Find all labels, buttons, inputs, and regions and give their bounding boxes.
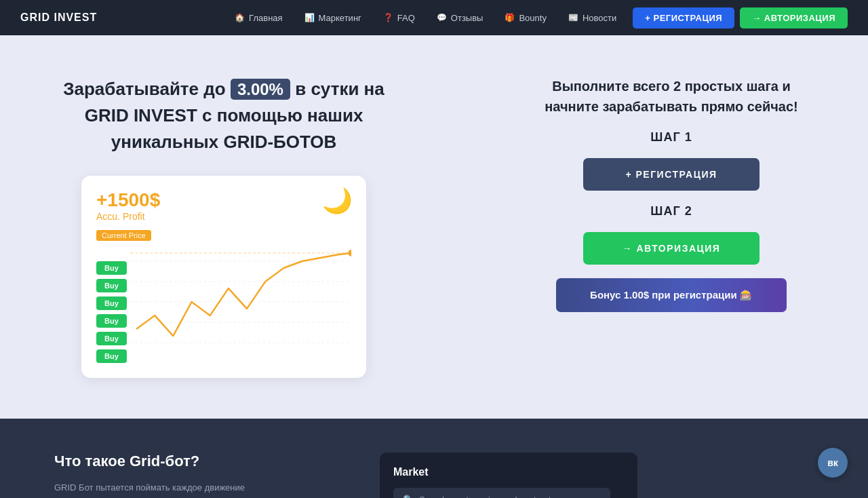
price-chart	[130, 248, 351, 356]
site-logo: GRID INVEST	[20, 12, 97, 24]
step1-register-button[interactable]: + РЕГИСТРАЦИЯ	[583, 158, 760, 191]
chart-area: Buy Buy Buy Buy Buy Buy	[96, 248, 351, 356]
hero-left: Зарабатывайте до 3.00% в сутки на GRID I…	[54, 76, 393, 378]
market-card: Market 🔍 Search crypto, pairs, and contr…	[380, 453, 637, 498]
step2-label: ШАГ 2	[650, 204, 692, 218]
buy-button-6[interactable]: Buy	[96, 349, 127, 363]
hero-right: Выполните всего 2 простых шага и начните…	[529, 76, 814, 312]
market-search-placeholder: Search crypto, pairs, and contracts	[419, 495, 555, 498]
bottom-desc: GRID Бот пытается поймать каждое движени…	[54, 481, 326, 495]
marketing-icon: 📊	[304, 13, 315, 22]
nav-home[interactable]: 🏠 Главная	[225, 9, 292, 27]
faq-icon: ❓	[383, 13, 393, 22]
buy-button-3[interactable]: Buy	[96, 296, 127, 310]
buy-button-4[interactable]: Buy	[96, 314, 127, 328]
buy-button-5[interactable]: Buy	[96, 332, 127, 345]
buy-button-2[interactable]: Buy	[96, 279, 127, 292]
bottom-left: Что такое Grid-бот? GRID Бот пытается по…	[54, 453, 326, 495]
search-icon: 🔍	[403, 495, 414, 498]
step1-label: ШАГ 1	[650, 130, 692, 145]
nav-faq[interactable]: ❓ FAQ	[374, 9, 425, 27]
nav-marketing[interactable]: 📊 Маркетинг	[295, 9, 371, 27]
current-price-label: Current Price	[96, 230, 151, 241]
bottom-right: Market 🔍 Search crypto, pairs, and contr…	[380, 453, 637, 498]
buy-button-1[interactable]: Buy	[96, 261, 127, 275]
home-icon: 🏠	[235, 13, 245, 22]
trading-card: +1500$ Accu. Profit 🌙 Current Price Buy …	[81, 176, 366, 378]
nav-auth-button[interactable]: → АВТОРИЗАЦИЯ	[740, 7, 848, 28]
svg-point-6	[348, 250, 351, 256]
hero-title: Зарабатывайте до 3.00% в сутки на GRID I…	[54, 76, 393, 155]
bottom-title: Что такое Grid-бот?	[54, 453, 326, 470]
hero-right-title: Выполните всего 2 простых шага и начните…	[529, 76, 814, 117]
hero-section: Зарабатывайте до 3.00% в сутки на GRID I…	[0, 35, 868, 419]
buy-buttons: Buy Buy Buy Buy Buy Buy	[96, 261, 127, 363]
hero-highlight: 3.00%	[231, 79, 290, 100]
reviews-icon: 💬	[437, 13, 447, 22]
news-icon: 📰	[568, 13, 578, 22]
bottom-section: Что такое Grid-бот? GRID Бот пытается по…	[0, 419, 868, 498]
moon-icon: 🌙	[322, 187, 353, 215]
step2-auth-button[interactable]: → АВТОРИЗАЦИЯ	[583, 232, 760, 265]
market-search-container: 🔍 Search crypto, pairs, and contracts	[393, 488, 610, 498]
nav-reviews[interactable]: 💬 Отзывы	[427, 9, 493, 27]
card-profit: +1500$	[96, 189, 351, 211]
nav-bounty[interactable]: 🎁 Bounty	[495, 9, 555, 27]
nav-links: 🏠 Главная 📊 Маркетинг ❓ FAQ 💬 Отзывы 🎁 B…	[225, 9, 626, 27]
bounty-icon: 🎁	[505, 13, 515, 22]
nav-news[interactable]: 📰 Новости	[559, 9, 626, 27]
vk-button[interactable]: вк	[818, 448, 848, 478]
navbar: GRID INVEST 🏠 Главная 📊 Маркетинг ❓ FAQ …	[0, 0, 868, 35]
bonus-button[interactable]: Бонус 1.00$ при регистрации 🎰	[556, 278, 787, 312]
card-profit-label: Accu. Profit	[96, 211, 351, 222]
market-title: Market	[393, 466, 624, 478]
nav-register-button[interactable]: + РЕГИСТРАЦИЯ	[633, 7, 734, 28]
